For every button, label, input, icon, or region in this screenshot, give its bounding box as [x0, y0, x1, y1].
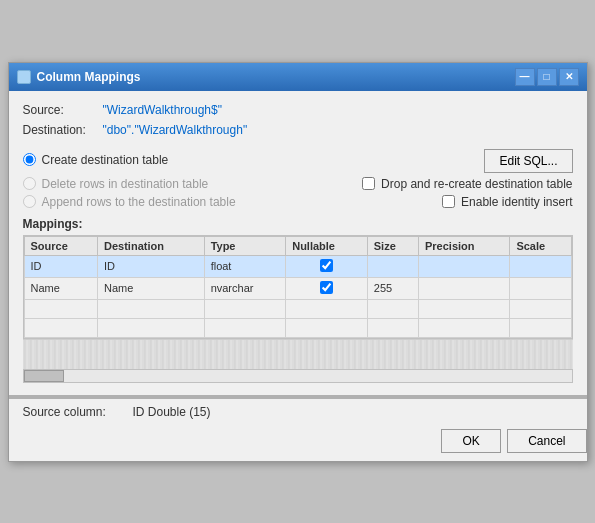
source-column-section: Source column: ID Double (15) [9, 397, 587, 425]
create-dest-radio[interactable] [23, 153, 36, 166]
nullable-checkbox[interactable] [320, 259, 333, 272]
empty-cell [98, 299, 205, 318]
maximize-button[interactable]: □ [537, 68, 557, 86]
close-button[interactable]: ✕ [559, 68, 579, 86]
cell-nullable [286, 255, 368, 277]
bottom-panel: Source column: ID Double (15) OK Cancel [9, 395, 587, 461]
empty-cell [286, 299, 368, 318]
cell-source: ID [24, 255, 98, 277]
table-body: ID ID float Name Name nvarc [24, 255, 571, 337]
cell-destination: Name [98, 277, 205, 299]
empty-cell [98, 318, 205, 337]
create-dest-label: Create destination table [42, 153, 169, 167]
col-header-precision: Precision [418, 236, 509, 255]
col-header-size: Size [367, 236, 418, 255]
enable-identity-label: Enable identity insert [461, 195, 572, 209]
table-row-empty [24, 318, 571, 337]
cell-precision [418, 277, 509, 299]
table-header: Source Destination Type Nullable Size Pr… [24, 236, 571, 255]
drop-recreate-row: Drop and re-create destination table [362, 177, 572, 191]
source-column-label: Source column: [23, 405, 123, 419]
mappings-table: Source Destination Type Nullable Size Pr… [24, 236, 572, 338]
table-row[interactable]: ID ID float [24, 255, 571, 277]
empty-cell [367, 299, 418, 318]
col-header-nullable: Nullable [286, 236, 368, 255]
mappings-label: Mappings: [23, 217, 573, 231]
edit-sql-button[interactable]: Edit SQL... [484, 149, 572, 173]
delete-rows-label: Delete rows in destination table [42, 177, 209, 191]
enable-identity-row: Enable identity insert [442, 195, 572, 209]
cell-nullable [286, 277, 368, 299]
table-row[interactable]: Name Name nvarchar 255 [24, 277, 571, 299]
column-mappings-window: Column Mappings — □ ✕ Source: "WizardWal… [8, 62, 588, 462]
delete-rows-radio[interactable] [23, 177, 36, 190]
nullable-checkbox[interactable] [320, 281, 333, 294]
destination-label: Destination: [23, 123, 103, 137]
window-icon [17, 70, 31, 84]
main-content: Source: "WizardWalkthrough$" Destination… [9, 91, 587, 395]
table-row-empty [24, 299, 571, 318]
scrollbar-thumb[interactable] [24, 370, 64, 382]
minimize-button[interactable]: — [515, 68, 535, 86]
ok-button[interactable]: OK [441, 429, 501, 453]
delete-rows-radio-row: Delete rows in destination table [23, 177, 209, 191]
append-rows-radio[interactable] [23, 195, 36, 208]
cell-type: nvarchar [204, 277, 286, 299]
source-label: Source: [23, 103, 103, 117]
delete-rows-row: Delete rows in destination table Drop an… [23, 177, 573, 191]
cell-precision [418, 255, 509, 277]
empty-cell [24, 299, 98, 318]
create-dest-left: Create destination table [23, 153, 169, 167]
drop-recreate-label: Drop and re-create destination table [381, 177, 572, 191]
enable-identity-checkbox[interactable] [442, 195, 455, 208]
col-header-source: Source [24, 236, 98, 255]
col-header-scale: Scale [510, 236, 571, 255]
destination-row: Destination: "dbo"."WizardWalkthrough" [23, 123, 573, 137]
mappings-table-container: Source Destination Type Nullable Size Pr… [23, 235, 573, 339]
cell-type: float [204, 255, 286, 277]
col-header-type: Type [204, 236, 286, 255]
empty-cell [418, 318, 509, 337]
bottom-padding [9, 453, 587, 461]
title-bar-controls: — □ ✕ [515, 68, 579, 86]
col-header-destination: Destination [98, 236, 205, 255]
horizontal-scrollbar[interactable] [23, 369, 573, 383]
empty-cell [286, 318, 368, 337]
append-rows-radio-row: Append rows to the destination table [23, 195, 236, 209]
empty-cell [204, 299, 286, 318]
wave-decoration [23, 339, 573, 369]
empty-cell [418, 299, 509, 318]
cell-size: 255 [367, 277, 418, 299]
source-column-value: ID Double (15) [133, 405, 211, 419]
empty-cell [367, 318, 418, 337]
destination-value: "dbo"."WizardWalkthrough" [103, 123, 248, 137]
append-rows-row: Append rows to the destination table Ena… [23, 195, 573, 209]
empty-cell [510, 318, 571, 337]
cancel-button[interactable]: Cancel [507, 429, 586, 453]
source-row: Source: "WizardWalkthrough$" [23, 103, 573, 117]
action-buttons: OK Cancel [9, 425, 587, 453]
cell-size [367, 255, 418, 277]
empty-cell [204, 318, 286, 337]
table-header-row: Source Destination Type Nullable Size Pr… [24, 236, 571, 255]
cell-scale [510, 277, 571, 299]
create-dest-row: Create destination table Edit SQL... [23, 147, 573, 173]
cell-destination: ID [98, 255, 205, 277]
empty-cell [510, 299, 571, 318]
cell-scale [510, 255, 571, 277]
append-rows-label: Append rows to the destination table [42, 195, 236, 209]
drop-recreate-checkbox[interactable] [362, 177, 375, 190]
cell-source: Name [24, 277, 98, 299]
window-title: Column Mappings [37, 70, 509, 84]
empty-cell [24, 318, 98, 337]
title-bar: Column Mappings — □ ✕ [9, 63, 587, 91]
source-value: "WizardWalkthrough$" [103, 103, 222, 117]
options-section: Create destination table Edit SQL... Del… [23, 147, 573, 209]
